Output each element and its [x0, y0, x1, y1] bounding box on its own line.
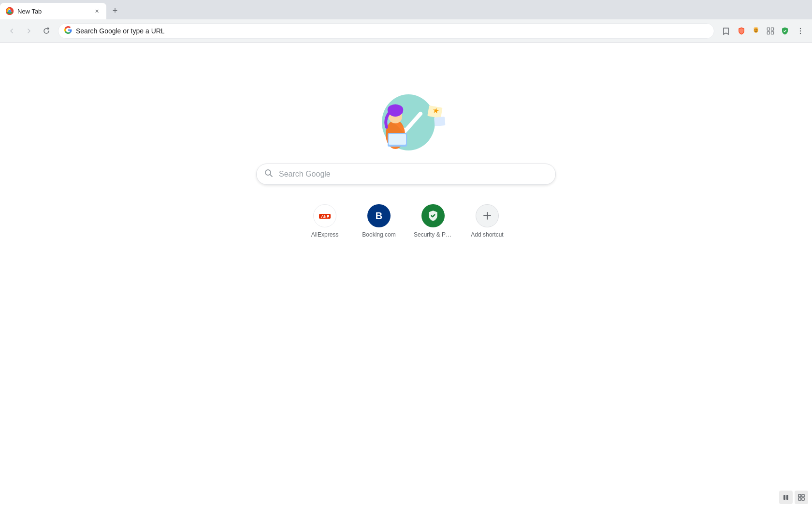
svg-point-3 — [754, 29, 755, 30]
add-shortcut-label: Add shortcut — [471, 231, 503, 238]
svg-rect-8 — [771, 31, 774, 34]
shortcut-booking[interactable]: B Booking.com — [356, 200, 402, 242]
booking-label: Booking.com — [362, 231, 395, 238]
hero-illustration — [358, 81, 454, 154]
svg-rect-31 — [802, 494, 804, 497]
nav-actions — [718, 23, 808, 39]
shortcut-aliexpress[interactable]: AliE AliExpress — [302, 200, 348, 242]
svg-rect-32 — [798, 498, 801, 500]
tab-bar: New Tab ✕ + — [0, 0, 812, 19]
search-container: Search Google — [256, 164, 556, 185]
svg-line-22 — [270, 174, 273, 177]
aliexpress-icon: AliE — [313, 204, 336, 227]
bottom-right-controls — [779, 491, 808, 504]
svg-rect-33 — [802, 498, 804, 500]
svg-rect-17 — [389, 134, 406, 145]
tab-title: New Tab — [17, 8, 89, 15]
extensions-icon[interactable] — [764, 24, 777, 38]
new-tab-button[interactable]: + — [108, 4, 122, 17]
main-content: Search Google AliE AliExpress B — [0, 43, 812, 508]
security-icon — [421, 204, 445, 227]
add-shortcut-icon — [476, 204, 499, 227]
bookmark-button[interactable] — [718, 23, 734, 39]
vpn-shield-icon[interactable] — [778, 24, 792, 38]
nav-bar: Search Google or type a URL — [0, 19, 812, 43]
address-text: Search Google or type a URL — [76, 27, 708, 35]
svg-rect-5 — [767, 28, 769, 30]
aliexpress-label: AliExpress — [311, 231, 339, 238]
svg-rect-20 — [434, 117, 445, 126]
search-bar[interactable]: Search Google — [256, 164, 556, 185]
svg-rect-29 — [786, 495, 788, 500]
google-logo-icon — [64, 26, 72, 36]
search-icon — [264, 169, 273, 180]
svg-point-10 — [800, 30, 801, 31]
booking-icon: B — [367, 204, 391, 227]
pause-button[interactable] — [779, 491, 793, 504]
svg-rect-30 — [798, 494, 801, 497]
shortcut-add[interactable]: Add shortcut — [464, 200, 510, 242]
brave-shield-icon[interactable] — [735, 24, 748, 38]
tab-close-button[interactable]: ✕ — [93, 7, 101, 15]
svg-rect-7 — [767, 31, 769, 34]
svg-text:AliE: AliE — [321, 214, 330, 219]
svg-rect-6 — [771, 28, 774, 30]
grid-button[interactable] — [795, 491, 808, 504]
shortcuts-grid: AliE AliExpress B Booking.com Security &… — [302, 200, 510, 242]
svg-point-9 — [800, 28, 801, 29]
booking-letter: B — [376, 210, 382, 222]
address-bar[interactable]: Search Google or type a URL — [58, 23, 714, 39]
leo-ai-icon[interactable] — [749, 24, 763, 38]
svg-point-11 — [800, 32, 801, 33]
active-tab[interactable]: New Tab ✕ — [0, 3, 106, 19]
forward-button[interactable] — [21, 23, 37, 39]
shortcut-security[interactable]: Security & Priv... — [410, 200, 456, 242]
tab-favicon — [6, 7, 14, 15]
browser-frame: New Tab ✕ + Search G — [0, 0, 812, 508]
svg-rect-28 — [783, 495, 785, 500]
refresh-button[interactable] — [39, 23, 54, 39]
search-placeholder: Search Google — [279, 170, 331, 179]
menu-button[interactable] — [793, 23, 808, 39]
svg-point-4 — [756, 29, 757, 30]
security-label: Security & Priv... — [414, 231, 452, 238]
back-button[interactable] — [4, 23, 19, 39]
